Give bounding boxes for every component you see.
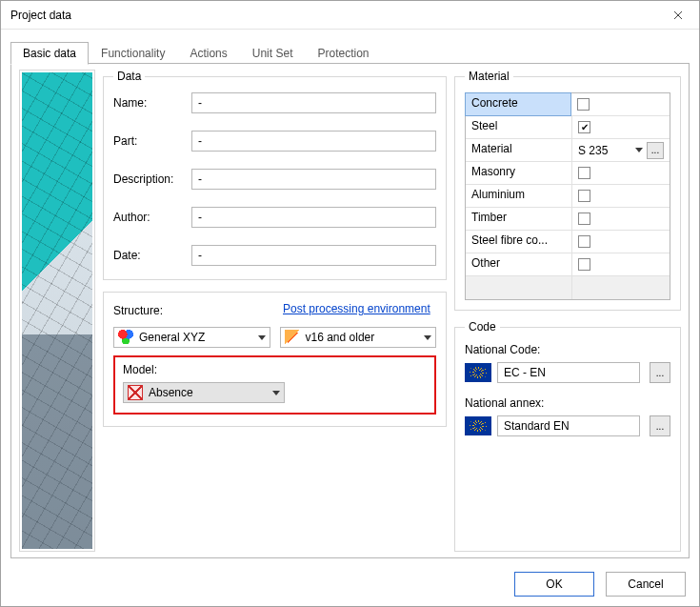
national-annex-value: Standard EN [504, 419, 570, 433]
material-row-concrete[interactable]: Concrete [466, 93, 670, 116]
material-name: Concrete [465, 92, 571, 116]
right-column: Material Concrete Steel Material S 235 [454, 70, 681, 552]
material-checkbox-timber[interactable] [578, 212, 590, 225]
material-checkbox-concrete[interactable] [577, 98, 590, 111]
preview-image [22, 72, 92, 549]
material-name: Aluminium [466, 185, 572, 207]
name-input[interactable] [191, 92, 436, 113]
material-row-material[interactable]: Material S 235 ... [466, 139, 670, 162]
material-row-aluminium[interactable]: Aluminium [466, 185, 670, 208]
model-label: Model: [123, 363, 427, 376]
part-input[interactable] [191, 131, 436, 152]
name-label: Name: [113, 96, 191, 110]
material-name: Other [466, 253, 572, 275]
group-material: Material Concrete Steel Material S 235 [454, 70, 681, 311]
close-icon [673, 10, 683, 20]
author-input[interactable] [191, 207, 436, 228]
author-label: Author: [113, 211, 191, 224]
title-bar: Project data [1, 1, 699, 30]
material-table: Concrete Steel Material S 235 ... [465, 92, 670, 300]
date-label: Date: [113, 249, 191, 262]
material-checkbox-aluminium[interactable] [578, 190, 590, 202]
eu-flag-icon [465, 416, 491, 435]
group-data-legend: Data [113, 70, 145, 83]
material-row-steel[interactable]: Steel [466, 116, 670, 139]
national-annex-label: National annex: [465, 396, 670, 410]
structure-dropdown-value: General XYZ [139, 331, 205, 344]
close-button[interactable] [657, 1, 699, 30]
material-value: S 235 [578, 144, 608, 157]
tab-functionality[interactable]: Functionality [89, 42, 177, 64]
date-input[interactable] [191, 245, 436, 266]
xyz-icon [118, 330, 133, 345]
national-code-dropdown[interactable]: EC - EN [497, 362, 640, 383]
material-checkbox-steel[interactable] [578, 121, 590, 133]
absence-icon [128, 385, 143, 400]
material-row-steel-fibre[interactable]: Steel fibre co... [466, 231, 670, 253]
material-name: Timber [466, 208, 572, 230]
material-name: Material [466, 139, 572, 161]
material-checkbox-masonry[interactable] [578, 167, 590, 179]
project-preview [19, 70, 95, 552]
national-code-browse-button[interactable]: ... [650, 362, 670, 383]
chevron-down-icon [635, 148, 643, 152]
description-input[interactable] [191, 169, 436, 190]
layers-icon [285, 330, 300, 345]
group-material-legend: Material [465, 70, 513, 83]
national-annex-browse-button[interactable]: ... [650, 415, 670, 436]
post-processing-link[interactable]: Post processing environment [283, 302, 430, 315]
tab-unit-set[interactable]: Unit Set [240, 42, 306, 64]
window-title: Project data [10, 9, 657, 22]
part-label: Part: [113, 134, 191, 148]
model-dropdown[interactable]: Absence [123, 382, 285, 403]
tab-actions[interactable]: Actions [177, 42, 239, 64]
structure-dropdown[interactable]: General XYZ [113, 327, 270, 348]
chevron-down-icon [258, 335, 266, 340]
national-code-label: National Code: [465, 343, 670, 356]
material-name: Steel fibre co... [466, 231, 572, 253]
postproc-dropdown[interactable]: v16 and older [280, 327, 437, 348]
description-label: Description: [113, 172, 191, 186]
material-browse-button[interactable]: ... [647, 142, 664, 159]
ok-button[interactable]: OK [514, 572, 594, 597]
material-name: Steel [466, 116, 572, 138]
middle-column: Data Name: Part: Description: Author: [103, 70, 447, 552]
cancel-button[interactable]: Cancel [606, 572, 686, 597]
structure-label: Structure: [113, 302, 191, 317]
material-checkbox-steel-fibre[interactable] [578, 235, 590, 248]
chevron-down-icon [272, 391, 280, 395]
group-code: Code National Code: EC - EN ... National… [454, 320, 681, 552]
tab-basic-data[interactable]: Basic data [10, 42, 89, 65]
model-dropdown-value: Absence [149, 386, 193, 399]
dialog-content: Basic data Functionality Actions Unit Se… [10, 41, 690, 558]
dialog-footer: OK Cancel [514, 572, 686, 597]
tab-strip: Basic data Functionality Actions Unit Se… [10, 41, 690, 64]
group-structure: Structure: Post processing environment G… [103, 292, 447, 427]
tab-protection[interactable]: Protection [305, 42, 381, 64]
material-name: Masonry [466, 162, 572, 184]
national-annex-dropdown[interactable]: Standard EN [497, 415, 640, 436]
chevron-down-icon [424, 335, 431, 340]
model-highlight: Model: Absence [113, 355, 436, 415]
tab-panel-basic-data: Data Name: Part: Description: Author: [10, 64, 690, 558]
material-checkbox-other[interactable] [578, 258, 590, 271]
group-data: Data Name: Part: Description: Author: [103, 70, 447, 280]
material-row-timber[interactable]: Timber [466, 208, 670, 231]
eu-flag-icon [465, 363, 491, 382]
national-code-value: EC - EN [504, 366, 546, 379]
group-code-legend: Code [465, 320, 500, 334]
material-row-masonry[interactable]: Masonry [466, 162, 670, 185]
material-row-other[interactable]: Other [466, 253, 670, 276]
postproc-dropdown-value: v16 and older [306, 331, 375, 344]
material-row-blank [466, 276, 670, 299]
